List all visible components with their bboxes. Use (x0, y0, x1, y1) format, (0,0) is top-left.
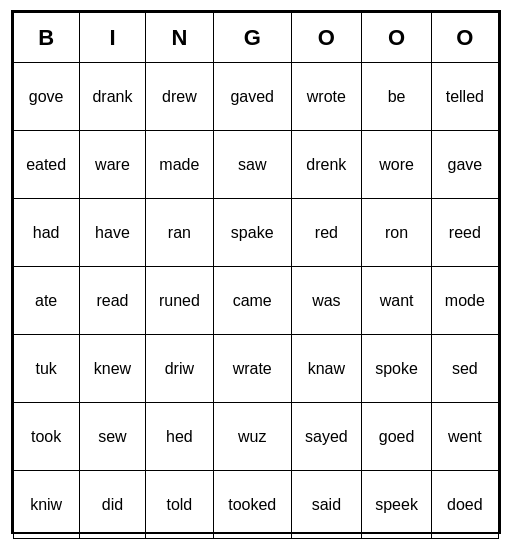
table-row: atereadrunedcamewaswantmode (13, 267, 498, 335)
table-cell: ate (13, 267, 79, 335)
table-cell: went (432, 403, 498, 471)
table-cell: sed (432, 335, 498, 403)
table-cell: driw (146, 335, 214, 403)
table-cell: speek (361, 471, 431, 539)
header-row: BINGOOO (13, 13, 498, 63)
table-cell: gaved (213, 63, 291, 131)
table-cell: wrate (213, 335, 291, 403)
table-cell: came (213, 267, 291, 335)
table-cell: gove (13, 63, 79, 131)
table-cell: was (291, 267, 361, 335)
table-cell: tuk (13, 335, 79, 403)
table-cell: have (79, 199, 145, 267)
table-cell: sayed (291, 403, 361, 471)
table-cell: knew (79, 335, 145, 403)
table-cell: saw (213, 131, 291, 199)
table-cell: wore (361, 131, 431, 199)
table-row: tooksewhedwuzsayedgoedwent (13, 403, 498, 471)
table-cell: want (361, 267, 431, 335)
table-cell: did (79, 471, 145, 539)
table-cell: ran (146, 199, 214, 267)
header-cell-G: G (213, 13, 291, 63)
table-cell: tooked (213, 471, 291, 539)
table-cell: hed (146, 403, 214, 471)
table-cell: had (13, 199, 79, 267)
header-cell-O: O (361, 13, 431, 63)
header-cell-O: O (291, 13, 361, 63)
table-row: govedrankdrewgavedwrotebetelled (13, 63, 498, 131)
header-cell-B: B (13, 13, 79, 63)
table-cell: be (361, 63, 431, 131)
header-cell-N: N (146, 13, 214, 63)
table-cell: drank (79, 63, 145, 131)
table-cell: doed (432, 471, 498, 539)
bingo-table: BINGOOO govedrankdrewgavedwrotebetellede… (13, 12, 499, 539)
table-cell: ron (361, 199, 431, 267)
table-cell: gave (432, 131, 498, 199)
table-cell: mode (432, 267, 498, 335)
table-cell: read (79, 267, 145, 335)
table-row: eatedwaremadesawdrenkworegave (13, 131, 498, 199)
table-cell: sew (79, 403, 145, 471)
table-cell: kniw (13, 471, 79, 539)
table-cell: told (146, 471, 214, 539)
table-cell: ware (79, 131, 145, 199)
table-cell: wrote (291, 63, 361, 131)
table-cell: drenk (291, 131, 361, 199)
table-cell: red (291, 199, 361, 267)
header-cell-O: O (432, 13, 498, 63)
header-cell-I: I (79, 13, 145, 63)
table-cell: telled (432, 63, 498, 131)
table-cell: made (146, 131, 214, 199)
table-cell: reed (432, 199, 498, 267)
table-cell: wuz (213, 403, 291, 471)
table-cell: eated (13, 131, 79, 199)
table-row: hadhaveranspakeredronreed (13, 199, 498, 267)
table-cell: knaw (291, 335, 361, 403)
table-cell: spake (213, 199, 291, 267)
table-row: tukknewdriwwrateknawspokesed (13, 335, 498, 403)
table-cell: runed (146, 267, 214, 335)
table-cell: drew (146, 63, 214, 131)
table-cell: spoke (361, 335, 431, 403)
table-row: kniwdidtoldtookedsaidspeekdoed (13, 471, 498, 539)
table-cell: took (13, 403, 79, 471)
table-cell: said (291, 471, 361, 539)
bingo-card: BINGOOO govedrankdrewgavedwrotebetellede… (11, 10, 501, 534)
table-cell: goed (361, 403, 431, 471)
